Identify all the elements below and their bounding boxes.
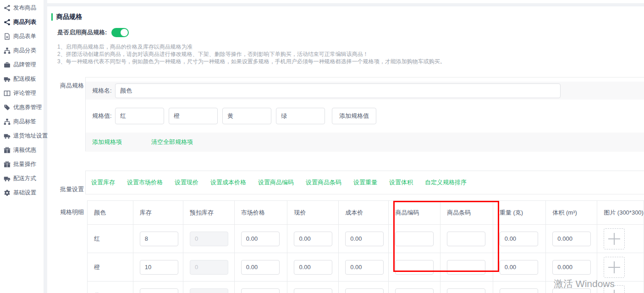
spec-name-input[interactable] [115, 83, 561, 98]
notes-list: 1、启用商品规格后，商品的价格及库存以商品规格为准2、拼团活动创建后的商品，请勿… [57, 43, 446, 65]
spec-value-input[interactable] [115, 108, 164, 124]
stock-input[interactable] [140, 232, 178, 246]
sidebar-item[interactable]: 商品列表 [0, 15, 44, 29]
sidebar-item[interactable]: 批量操作 [0, 157, 44, 171]
sidebar-item[interactable]: 品牌管理 [0, 58, 44, 72]
market-price-input[interactable] [241, 260, 280, 275]
screen: 发布商品 商品列表 商品表单 商品分类 品牌管理 配送模板 评论管理 优惠券管理… [0, 0, 644, 293]
market-price-input[interactable] [241, 288, 280, 293]
batch-setting-link[interactable]: 设置市场价格 [127, 178, 163, 187]
top-strip [47, 0, 644, 3]
sidebar-item-label: 配送方式 [13, 175, 36, 182]
sidebar-item[interactable]: 基础设置 [0, 186, 44, 200]
batch-setting-link[interactable]: 设置成本价格 [210, 178, 246, 187]
stock-input[interactable] [140, 260, 178, 275]
gift-icon [4, 161, 11, 168]
spec-values-row: 规格值: 添加规格值 [86, 100, 644, 133]
table-row: 橙 [88, 253, 644, 282]
barcode-input[interactable] [447, 260, 485, 275]
batch-setting-link[interactable]: 设置体积 [389, 178, 413, 187]
table-body: 红橙黄 [88, 225, 644, 293]
sidebar-item[interactable]: 配送方式 [0, 171, 44, 186]
barcode-input[interactable] [447, 232, 485, 246]
sidebar-item[interactable]: 商品表单 [0, 29, 44, 44]
stock-input[interactable] [140, 288, 178, 293]
weight-input[interactable] [500, 260, 538, 275]
sidebar-item[interactable]: 商品标签 [0, 115, 44, 129]
note-line: 3、每一种规格代表不同型号，例如颜色为一种规格，尺寸为一种规格，如果设置多规格，… [57, 58, 446, 65]
volume-input[interactable] [552, 232, 591, 246]
sidebar-item[interactable]: 配送模板 [0, 72, 44, 86]
upload-image-button[interactable] [604, 257, 625, 278]
sidebar-item[interactable]: 优惠券管理 [0, 100, 44, 115]
batch-setting-link[interactable]: 设置库存 [91, 178, 115, 187]
sidebar-item-label: 品牌管理 [13, 61, 36, 69]
batch-setting-link[interactable]: 设置重量 [353, 178, 377, 187]
cost-price-input[interactable] [345, 232, 384, 246]
batch-setting-link[interactable]: 设置商品条码 [306, 178, 341, 187]
market-price-input[interactable] [241, 232, 280, 246]
column-header: 库存 [133, 201, 183, 225]
spec-value-inputs [115, 108, 330, 124]
enable-spec-toggle[interactable] [111, 28, 129, 37]
spec-links-row: 添加规格项 清空全部规格项 [86, 133, 644, 152]
add-spec-item-link[interactable]: 添加规格项 [92, 138, 122, 146]
volume-input[interactable] [552, 288, 591, 293]
batch-section-label: 批量设置 [47, 185, 84, 193]
sidebar-item-label: 商品分类 [13, 47, 36, 55]
product-code-input[interactable] [395, 232, 434, 246]
spec-value-input[interactable] [222, 108, 271, 124]
sitemap-icon [4, 118, 11, 125]
truck-icon [4, 133, 11, 139]
sidebar-item[interactable]: 评论管理 [0, 86, 44, 100]
column-header: 成本价 [339, 201, 389, 225]
current-price-input[interactable] [294, 288, 332, 293]
spec-detail-table: 颜色库存预扣库存市场价格现价成本价商品编码商品条码重量 (克)体积 (m³)图片… [87, 200, 644, 293]
spec-value-input[interactable] [276, 108, 325, 124]
spec-value-input[interactable] [169, 108, 218, 124]
gift-icon [4, 147, 11, 154]
sidebar-item-label: 基础设置 [13, 189, 36, 197]
spec-box: 规格名: 规格值: 添加规格值 添加规格项 清空全部规格项 [85, 77, 644, 151]
sidebar-item-label: 商品表单 [13, 33, 36, 40]
sidebar-item-label: 商品列表 [13, 18, 36, 26]
cost-price-input[interactable] [345, 260, 384, 275]
batch-links-box: 设置库存设置市场价格设置现价设置成本价格设置商品编码设置商品条码设置重量设置体积… [85, 171, 644, 194]
sidebar-item[interactable]: 商品分类 [0, 44, 44, 58]
barcode-input[interactable] [447, 288, 485, 293]
cost-price-input[interactable] [345, 288, 384, 293]
enable-spec-label: 是否启用商品规格: [57, 28, 107, 37]
sidebar-item[interactable]: 发布商品 [0, 1, 44, 15]
batch-setting-link[interactable]: 自定义规格排序 [425, 178, 467, 187]
table-header-row: 颜色库存预扣库存市场价格现价成本价商品编码商品条码重量 (克)体积 (m³)图片… [88, 201, 644, 225]
content-card: 商品规格 是否启用商品规格: 1、启用商品规格后，商品的价格及库存以商品规格为准… [47, 6, 644, 293]
sidebar-item[interactable]: 满额优惠 [0, 143, 44, 157]
column-header: 商品条码 [440, 201, 493, 225]
clear-all-spec-link[interactable]: 清空全部规格项 [151, 138, 193, 146]
page-title: 商品规格 [56, 13, 82, 21]
sidebar-divider [44, 0, 47, 293]
current-price-input[interactable] [294, 260, 332, 275]
table-row: 黄 [88, 282, 644, 293]
weight-input[interactable] [500, 288, 538, 293]
upload-image-button[interactable] [604, 228, 625, 249]
product-code-input[interactable] [395, 260, 434, 275]
column-header: 现价 [287, 201, 339, 225]
batch-setting-link[interactable]: 设置商品编码 [258, 178, 294, 187]
file-icon [4, 33, 11, 40]
column-header: 预扣库存 [183, 201, 234, 225]
add-spec-value-button[interactable]: 添加规格值 [332, 108, 376, 124]
sidebar-item[interactable]: 退货地址设置 [0, 129, 44, 143]
truck-icon [4, 76, 11, 83]
batch-setting-link[interactable]: 设置现价 [175, 178, 198, 187]
sidebar: 发布商品 商品列表 商品表单 商品分类 品牌管理 配送模板 评论管理 优惠券管理… [0, 0, 44, 293]
weight-input[interactable] [500, 232, 538, 246]
volume-input[interactable] [552, 260, 591, 275]
upload-image-button[interactable] [604, 285, 625, 293]
columns-icon [4, 90, 11, 97]
note-line: 2、拼团活动创建后的商品，请勿对该商品进行修改规格、下架、删除等操作，否则影响下… [57, 50, 446, 58]
current-price-input[interactable] [294, 232, 332, 246]
sitemap-icon [4, 47, 11, 54]
product-code-input[interactable] [395, 288, 434, 293]
spec-values-label: 规格值: [92, 112, 115, 120]
